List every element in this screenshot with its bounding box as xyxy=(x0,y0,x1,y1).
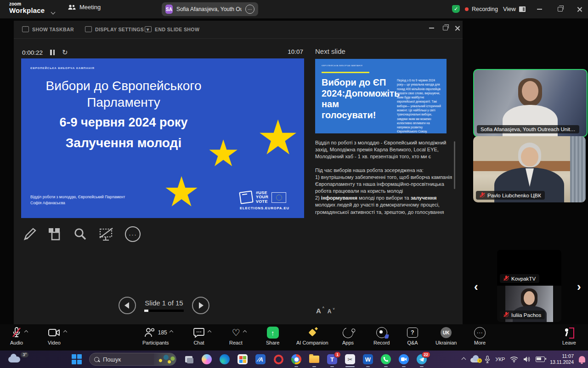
gallery-previous-icon[interactable]: ‹ xyxy=(474,280,478,294)
restore-button[interactable] xyxy=(554,6,566,13)
zoom-slide-icon[interactable] xyxy=(74,227,87,241)
active-speaker-pill[interactable]: SA Sofia Afanasjeva, Youth Outreach ⋯ xyxy=(162,2,258,16)
ppt-minimize-button[interactable] xyxy=(425,24,438,32)
workspace-chevron-down-icon[interactable] xyxy=(51,7,55,16)
record-button[interactable]: Record xyxy=(373,327,390,345)
tab-meeting[interactable]: Meeting xyxy=(68,4,101,11)
microphone-tray-icon[interactable] xyxy=(485,356,490,363)
heart-icon: ♡ xyxy=(232,328,240,337)
chat-options-chevron[interactable] xyxy=(208,330,211,334)
speaker-more-icon[interactable]: ⋯ xyxy=(245,5,254,14)
close-button[interactable] xyxy=(573,6,586,13)
react-options-chevron[interactable] xyxy=(243,330,247,334)
security-shield-icon[interactable]: ✓ xyxy=(452,5,460,13)
minimize-button[interactable] xyxy=(533,6,546,13)
powerpoint-presenter-window: SHOW TASKBAR DISPLAY SETTINGS ▼ END SLID… xyxy=(14,21,463,324)
pause-timer-icon[interactable] xyxy=(50,50,55,55)
tray-overflow-chevron[interactable] xyxy=(462,357,466,362)
search-box[interactable]: Пошук xyxy=(89,353,176,366)
taskbar-app-a-button[interactable]: ∕A xyxy=(255,354,266,365)
audio-options-chevron[interactable] xyxy=(24,330,28,334)
more-label: More xyxy=(474,340,486,345)
copilot-button[interactable] xyxy=(201,354,212,365)
next-slide-thumbnail[interactable]: ЄВРОПЕЙСЬКА ВИБОРЧА КАМПАНІЯ Вибори до Є… xyxy=(315,59,447,133)
edge-button[interactable] xyxy=(219,354,230,365)
apps-button[interactable]: Apps xyxy=(342,327,354,345)
zoom-title-bar: zoom Workplace Meeting SA Sofia Afanasje… xyxy=(0,0,588,18)
gallery-next-icon[interactable]: › xyxy=(577,280,581,294)
telegram-button[interactable]: 22 xyxy=(416,354,427,365)
leave-button[interactable]: Leave xyxy=(562,327,576,345)
notes-scrollbar[interactable] xyxy=(454,141,455,189)
slide-title: Вибори до Європейського Парламенту 6-9 ч… xyxy=(29,78,218,151)
speaker-notes[interactable]: Відділ по роботі з молоддю - Європейськи… xyxy=(315,139,454,216)
keyboard-language[interactable]: УКР xyxy=(495,356,505,362)
end-slide-show-button[interactable]: END SLIDE SHOW xyxy=(145,26,199,32)
video-options-chevron[interactable] xyxy=(63,330,67,334)
see-all-slides-icon[interactable] xyxy=(48,227,62,241)
video-tile-kovpaktv[interactable]: KovpakTV xyxy=(497,250,561,286)
black-screen-icon[interactable] xyxy=(98,227,114,241)
video-tile-iuliia[interactable]: Iuliia Pachos xyxy=(497,286,561,322)
battery-icon[interactable] xyxy=(536,356,545,362)
show-taskbar-button[interactable]: SHOW TASKBAR xyxy=(22,26,74,32)
audio-button[interactable]: Audio xyxy=(10,327,23,345)
display-settings-button[interactable]: DISPLAY SETTINGS ▼ xyxy=(85,26,150,32)
ppt-close-button[interactable] xyxy=(451,24,464,32)
volume-icon[interactable] xyxy=(523,356,531,362)
participants-button[interactable]: 185 Participants xyxy=(142,327,169,345)
share-button[interactable]: ↑ Share xyxy=(266,327,279,345)
clock-widget[interactable]: 11:07 13.11.2024 xyxy=(550,353,574,365)
next-slide-button[interactable] xyxy=(192,297,209,314)
onedrive-tray-icon[interactable]: ! xyxy=(470,357,480,362)
restart-timer-icon[interactable]: ↻ xyxy=(62,48,68,57)
video-tile-pavlo[interactable]: Pavlo Liubchenko ЦВК xyxy=(473,136,586,202)
apps-icon xyxy=(341,326,355,340)
meeting-tab-label: Meeting xyxy=(79,4,101,11)
teams-button[interactable]: T1 xyxy=(327,354,338,365)
wifi-icon[interactable] xyxy=(510,356,518,362)
zoom-app-button[interactable] xyxy=(398,354,409,365)
word-icon: W xyxy=(363,354,373,364)
qa-button[interactable]: ? Q&A xyxy=(407,327,418,345)
participants-label: Participants xyxy=(142,340,169,345)
qa-label: Q&A xyxy=(407,340,418,345)
use-your-vote-logo: #USE YOUR VOTE ELECTIONS.EUROPA.EU xyxy=(240,191,304,210)
search-highlight-image[interactable] xyxy=(154,353,176,366)
increase-font-button[interactable]: A˄ xyxy=(316,307,321,315)
notification-bell-icon[interactable] xyxy=(579,356,585,362)
whatsapp-button[interactable] xyxy=(380,354,391,365)
chrome-button[interactable] xyxy=(291,354,302,365)
weather-widget[interactable]: 3° xyxy=(7,353,28,366)
participants-options-chevron[interactable] xyxy=(170,330,173,334)
store-button[interactable] xyxy=(237,354,248,365)
search-icon xyxy=(94,357,99,362)
tray-date: 13.11.2024 xyxy=(550,359,574,365)
view-button[interactable]: View xyxy=(503,6,526,12)
display-settings-label: DISPLAY SETTINGS ▼ xyxy=(95,27,150,32)
video-button[interactable]: Video xyxy=(48,327,61,345)
word-button[interactable]: W xyxy=(362,354,373,365)
eu-star-icon: ★ xyxy=(256,114,299,161)
snipping-tool-button[interactable]: ✂ xyxy=(345,354,356,365)
file-explorer-button[interactable] xyxy=(309,354,320,365)
video-tile-sofia[interactable]: Sofia Afanasjeva, Youth Outreach Unit… xyxy=(473,69,588,137)
interpretation-button[interactable]: UK Ukrainian xyxy=(435,327,457,345)
slide-footer: Відділ роботи з молоддю, Європейський Па… xyxy=(30,194,125,206)
more-button[interactable]: ··· More xyxy=(474,327,486,345)
react-button[interactable]: ♡ React xyxy=(229,327,243,345)
recording-indicator: Recording xyxy=(465,6,498,12)
start-button[interactable] xyxy=(71,354,82,365)
opera-button[interactable] xyxy=(273,354,284,365)
scissors-icon: ✂ xyxy=(345,354,355,364)
decrease-font-button[interactable]: A˅ xyxy=(328,308,332,315)
muted-mic-icon xyxy=(480,192,485,198)
ppt-restore-button[interactable] xyxy=(439,24,452,32)
more-slide-options-icon[interactable]: ··· xyxy=(125,226,141,242)
task-view-button[interactable] xyxy=(183,354,194,365)
ai-companion-button[interactable]: AI Companion xyxy=(296,327,328,345)
pen-tool-icon[interactable] xyxy=(23,227,37,241)
previous-slide-button[interactable] xyxy=(119,297,136,314)
chat-button[interactable]: Chat xyxy=(193,327,204,345)
slide-title-line4: Залучення молоді xyxy=(29,135,218,151)
